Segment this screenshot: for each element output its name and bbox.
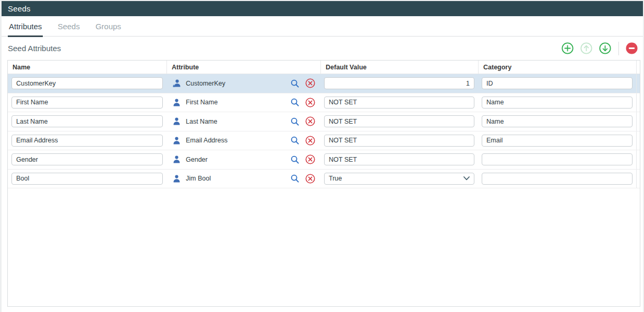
name-input[interactable] [11, 173, 163, 185]
person-arrow-icon [172, 79, 181, 88]
column-header-name: Name [8, 61, 166, 74]
tab-groups[interactable]: Groups [94, 22, 122, 37]
move-up-button[interactable] [580, 42, 592, 55]
search-attribute-icon[interactable] [290, 97, 300, 107]
remove-attribute-button[interactable] [625, 42, 638, 55]
category-input[interactable] [482, 115, 633, 127]
clear-attribute-icon[interactable] [305, 173, 315, 184]
person-icon [172, 155, 181, 164]
add-attribute-button[interactable] [561, 42, 574, 55]
toolbar-divider [618, 42, 619, 55]
default-value-input[interactable] [324, 153, 474, 165]
clear-attribute-icon[interactable] [305, 97, 315, 107]
category-input[interactable] [482, 135, 633, 147]
scrollbar-gutter [636, 61, 640, 74]
name-input[interactable] [11, 115, 163, 127]
name-input[interactable] [11, 135, 163, 147]
attribute-label: First Name [186, 99, 218, 106]
column-header-category: Category [478, 61, 636, 74]
clear-attribute-icon[interactable] [305, 154, 315, 165]
tab-groups-label: Groups [96, 22, 121, 31]
default-value-input[interactable] [324, 115, 474, 127]
chevron-down-icon [463, 176, 470, 181]
attribute-label: Gender [186, 156, 208, 163]
table-row[interactable]: Jim Bool True [8, 170, 640, 189]
table-header-row: Name Attribute Default Value Category [8, 61, 640, 74]
tab-seeds-label: Seeds [57, 22, 80, 31]
category-input[interactable] [482, 77, 633, 89]
table-row[interactable]: Gender [8, 150, 640, 170]
arrow-up-circle-icon-disabled [580, 42, 592, 54]
default-value-input[interactable] [324, 97, 474, 109]
default-value-input[interactable] [324, 77, 474, 89]
default-value-dropdown[interactable]: True [324, 173, 474, 185]
column-header-default-value: Default Value [320, 61, 478, 74]
move-down-button[interactable] [599, 42, 611, 55]
section-title: Seed Attributes [8, 44, 61, 53]
clear-attribute-icon[interactable] [305, 135, 315, 146]
clear-attribute-icon[interactable] [305, 78, 315, 89]
tab-bar: Attributes Seeds Groups [2, 16, 643, 37]
dropdown-selected-value: True [329, 175, 463, 182]
search-attribute-icon[interactable] [290, 78, 300, 89]
table-row[interactable]: First Name [8, 93, 640, 113]
person-icon [172, 98, 181, 107]
minus-circle-icon [626, 42, 638, 54]
seeds-panel: Seeds Attributes Seeds Groups Seed Attri… [2, 1, 643, 312]
tab-attributes-label: Attributes [9, 22, 42, 31]
table-row[interactable]: Email Address [8, 131, 640, 151]
attribute-label: Jim Bool [186, 175, 211, 182]
person-icon [172, 174, 181, 183]
table-row[interactable]: CustomerKey [8, 74, 640, 93]
category-input[interactable] [482, 153, 633, 165]
plus-circle-icon [562, 42, 574, 54]
name-input[interactable] [11, 97, 163, 109]
window-titlebar: Seeds [2, 1, 643, 16]
attribute-label: Last Name [186, 118, 217, 125]
search-attribute-icon[interactable] [290, 154, 300, 165]
search-attribute-icon[interactable] [290, 116, 300, 127]
search-attribute-icon[interactable] [290, 173, 300, 184]
category-input[interactable] [482, 173, 633, 185]
arrow-down-circle-icon [599, 42, 611, 54]
clear-attribute-icon[interactable] [305, 116, 315, 127]
table-row[interactable]: Last Name [8, 112, 640, 131]
window-title: Seeds [8, 4, 31, 13]
tab-attributes[interactable]: Attributes [8, 22, 43, 37]
person-icon [172, 136, 181, 145]
category-input[interactable] [482, 97, 633, 109]
attribute-label: Email Address [186, 137, 228, 144]
default-value-input[interactable] [324, 135, 474, 147]
name-input[interactable] [11, 77, 163, 89]
seed-attributes-table: Name Attribute Default Value Category Cu… [7, 60, 640, 307]
tab-seeds[interactable]: Seeds [56, 22, 81, 37]
person-icon [172, 117, 181, 126]
column-header-attribute: Attribute [166, 61, 320, 74]
section-header-row: Seed Attributes [2, 37, 643, 60]
name-input[interactable] [11, 153, 163, 165]
search-attribute-icon[interactable] [290, 135, 300, 146]
attribute-label: CustomerKey [186, 80, 225, 87]
toolbar [555, 42, 638, 55]
